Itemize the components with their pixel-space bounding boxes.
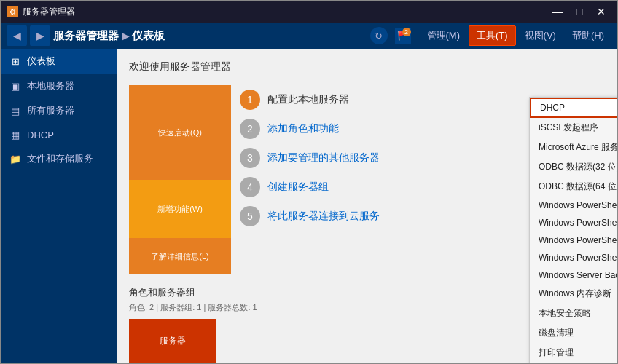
dropdown-item[interactable]: Windows PowerShell (x86) — [530, 214, 617, 232]
quick-start-tile[interactable]: 快速启动(Q) — [129, 85, 231, 180]
step-number-4: 4 — [240, 177, 260, 197]
role-tile-1[interactable]: 服务器 — [129, 319, 216, 363]
dropdown-item[interactable]: ODBC 数据源(64 位) — [530, 177, 617, 197]
sidebar-item-local-server[interactable]: ▣ 本地服务器 — [1, 74, 117, 98]
sidebar-label-dashboard: 仪表板 — [27, 55, 55, 68]
main-window: ⚙ 服务器管理器 — □ ✕ ◀ ▶ 服务器管理器 ▶ 仪表板 ↻ 🚩 2 管理… — [0, 0, 618, 364]
dashboard-icon: ⊞ — [9, 55, 21, 67]
dropdown-item[interactable]: 打印管理 — [530, 343, 617, 363]
menu-help[interactable]: 帮助(H) — [565, 26, 611, 45]
step-link-4[interactable]: 创建服务器组 — [267, 181, 329, 194]
sidebar-item-dhcp[interactable]: ▦ DHCP — [1, 123, 117, 146]
top-menus: 管理(M) 工具(T) 视图(V) 帮助(H) — [420, 25, 612, 46]
menu-bar: ◀ ▶ 服务器管理器 ▶ 仪表板 ↻ 🚩 2 管理(M) 工具(T) 视图(V)… — [1, 23, 617, 49]
sidebar-item-file-storage[interactable]: 📁 文件和存储服务 — [1, 146, 117, 171]
step-link-3[interactable]: 添加要管理的其他服务器 — [267, 151, 380, 165]
sidebar-label-local-server: 本地服务器 — [27, 79, 74, 92]
welcome-title: 欢迎使用服务器管理器 — [129, 60, 606, 74]
dropdown-item[interactable]: DHCP — [530, 98, 617, 118]
sidebar-label-all-servers: 所有服务器 — [27, 104, 74, 117]
step-number-2: 2 — [240, 119, 260, 139]
window-controls: — □ ✕ — [547, 4, 611, 20]
close-button[interactable]: ✕ — [591, 4, 611, 20]
breadcrumb-page: 仪表板 — [132, 29, 165, 43]
dropdown-item[interactable]: Windows PowerShell — [530, 197, 617, 214]
forward-button[interactable]: ▶ — [30, 25, 50, 46]
dhcp-icon: ▦ — [9, 129, 21, 141]
step-link-2[interactable]: 添加角色和功能 — [267, 122, 339, 135]
sidebar-label-file-storage: 文件和存储服务 — [27, 152, 93, 165]
sidebar-item-dashboard[interactable]: ⊞ 仪表板 — [1, 49, 117, 74]
dropdown-item[interactable]: Windows PowerShell ISE — [530, 232, 617, 249]
local-server-icon: ▣ — [9, 80, 21, 92]
sidebar: ⊞ 仪表板 ▣ 本地服务器 ▤ 所有服务器 ▦ DHCP 📁 文件和存储服务 — [1, 49, 117, 363]
file-storage-icon: 📁 — [9, 153, 21, 165]
step-text-1: 配置此本地服务器 — [267, 93, 349, 106]
menu-view[interactable]: 视图(V) — [517, 26, 563, 45]
step-number-1: 1 — [240, 90, 260, 110]
all-servers-icon: ▤ — [9, 105, 21, 116]
dropdown-item[interactable]: 本地安全策略 — [530, 304, 617, 323]
minimize-button[interactable]: — — [547, 4, 568, 20]
notification-badge: 2 — [402, 28, 411, 36]
dropdown-item[interactable]: ODBC 数据源(32 位) — [530, 157, 617, 177]
dropdown-item[interactable]: Windows PowerShell ISE (x86) — [530, 249, 617, 266]
menu-tools[interactable]: 工具(T) — [469, 25, 516, 46]
breadcrumb-root: 服务器管理器 — [53, 29, 119, 43]
dropdown-item[interactable]: iSCSI 发起程序 — [530, 118, 617, 138]
title-bar: ⚙ 服务器管理器 — □ ✕ — [1, 1, 617, 23]
content-area: 欢迎使用服务器管理器 快速启动(Q) 新增功能(W) 了解详细信息(L) — [117, 49, 617, 363]
quick-tiles: 快速启动(Q) 新增功能(W) 了解详细信息(L) — [129, 85, 231, 274]
main-content: ⊞ 仪表板 ▣ 本地服务器 ▤ 所有服务器 ▦ DHCP 📁 文件和存储服务 欢… — [1, 49, 617, 363]
tools-dropdown-menu: DHCPiSCSI 发起程序Microsoft Azure 服务ODBC 数据源… — [529, 97, 617, 363]
window-title: 服务器管理器 — [23, 6, 547, 18]
refresh-button[interactable]: ↻ — [370, 27, 388, 44]
step-link-5[interactable]: 将此服务器连接到云服务 — [267, 210, 380, 223]
dropdown-item[interactable]: Windows 内存诊断 — [530, 284, 617, 304]
learn-more-tile[interactable]: 了解详细信息(L) — [129, 238, 231, 274]
dropdown-item[interactable]: Windows Server Backup — [530, 266, 617, 284]
step-number-3: 3 — [240, 148, 260, 168]
back-button[interactable]: ◀ — [7, 25, 27, 46]
dropdown-item[interactable]: 磁盘清理 — [530, 323, 617, 343]
breadcrumb-separator: ▶ — [122, 31, 129, 41]
step-number-5: 5 — [240, 206, 260, 226]
notification-icon[interactable]: 🚩 2 — [395, 28, 411, 44]
maximize-button[interactable]: □ — [569, 4, 590, 20]
app-icon: ⚙ — [7, 6, 18, 17]
breadcrumb: 服务器管理器 ▶ 仪表板 — [53, 29, 367, 43]
sidebar-item-all-servers[interactable]: ▤ 所有服务器 — [1, 98, 117, 123]
notification-area: 🚩 2 — [395, 28, 411, 44]
menu-manage[interactable]: 管理(M) — [420, 26, 468, 45]
dropdown-item[interactable]: 服务 — [530, 363, 617, 363]
sidebar-label-dhcp: DHCP — [27, 130, 54, 141]
dropdown-item[interactable]: Microsoft Azure 服务 — [530, 138, 617, 157]
new-features-tile[interactable]: 新增功能(W) — [129, 180, 231, 238]
